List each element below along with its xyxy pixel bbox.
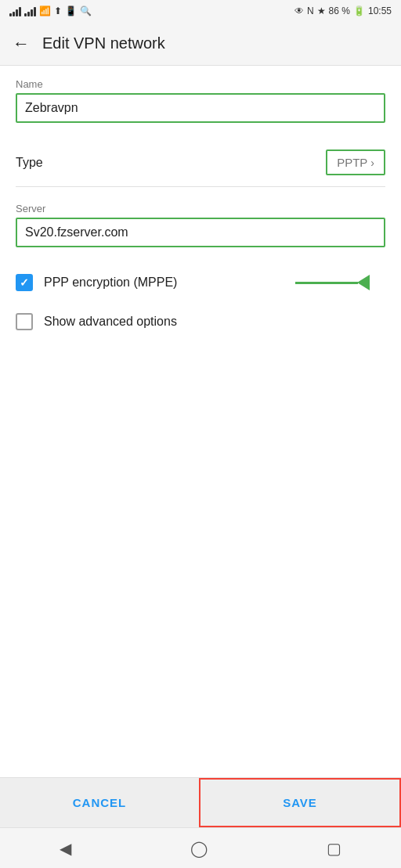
name-label: Name: [16, 78, 385, 90]
back-button[interactable]: ←: [13, 34, 30, 54]
name-input[interactable]: [25, 101, 376, 115]
arrow-head: [357, 275, 370, 290]
advanced-row: Show advanced options: [16, 302, 385, 341]
sim-icon: 📱: [65, 5, 77, 16]
type-value-wrapper[interactable]: PPTP ›: [326, 149, 385, 175]
home-nav-icon[interactable]: ◯: [190, 839, 208, 858]
cancel-button[interactable]: CANCEL: [0, 778, 199, 827]
settings-icon: 🔍: [80, 5, 92, 16]
clock: 10:55: [368, 5, 392, 16]
recents-nav-icon[interactable]: ▢: [327, 839, 341, 858]
eye-icon: 👁: [294, 5, 304, 16]
upload-icon: ⬆: [54, 5, 62, 16]
type-row[interactable]: Type PPTP ›: [16, 139, 385, 187]
bluetooth-icon: ★: [317, 5, 326, 16]
signal-icon-2: [24, 5, 36, 16]
nfc-icon: N: [307, 5, 314, 16]
ppp-row: ✓ PPP encryption (MPPE): [16, 263, 385, 302]
form-content: Name Type PPTP › Server ✓ PPP encryption…: [0, 66, 401, 777]
server-field-group: Server: [16, 203, 385, 247]
battery-icon: 🔋: [353, 5, 365, 16]
check-icon: ✓: [20, 276, 29, 289]
back-nav-icon[interactable]: ◀: [60, 839, 71, 858]
battery-percent: 86 %: [329, 5, 350, 16]
nav-bar: ◀ ◯ ▢: [0, 827, 401, 868]
name-field-group: Name: [16, 78, 385, 123]
annotation-arrow: [295, 275, 370, 290]
save-button[interactable]: SAVE: [199, 778, 401, 827]
server-label: Server: [16, 203, 385, 214]
type-label: Type: [16, 156, 43, 170]
advanced-label: Show advanced options: [44, 315, 177, 329]
chevron-right-icon: ›: [370, 157, 374, 169]
status-right: 👁 N ★ 86 % 🔋 10:55: [294, 5, 392, 16]
signal-icon-1: [9, 5, 21, 16]
type-value: PPTP: [337, 156, 367, 169]
status-bar: 📶 ⬆ 📱 🔍 👁 N ★ 86 % 🔋 10:55: [0, 0, 401, 22]
page-title: Edit VPN network: [42, 34, 165, 52]
arrow-line: [295, 282, 358, 284]
ppp-checkbox[interactable]: ✓: [16, 274, 33, 291]
status-left: 📶 ⬆ 📱 🔍: [9, 5, 92, 16]
server-input[interactable]: [25, 225, 376, 240]
bottom-actions: CANCEL SAVE: [0, 777, 401, 827]
ppp-label: PPP encryption (MPPE): [44, 276, 177, 290]
server-input-wrapper: [16, 218, 385, 247]
wifi-icon: 📶: [39, 5, 51, 16]
toolbar: ← Edit VPN network: [0, 22, 401, 66]
advanced-checkbox[interactable]: [16, 313, 33, 330]
name-input-wrapper: [16, 93, 385, 123]
